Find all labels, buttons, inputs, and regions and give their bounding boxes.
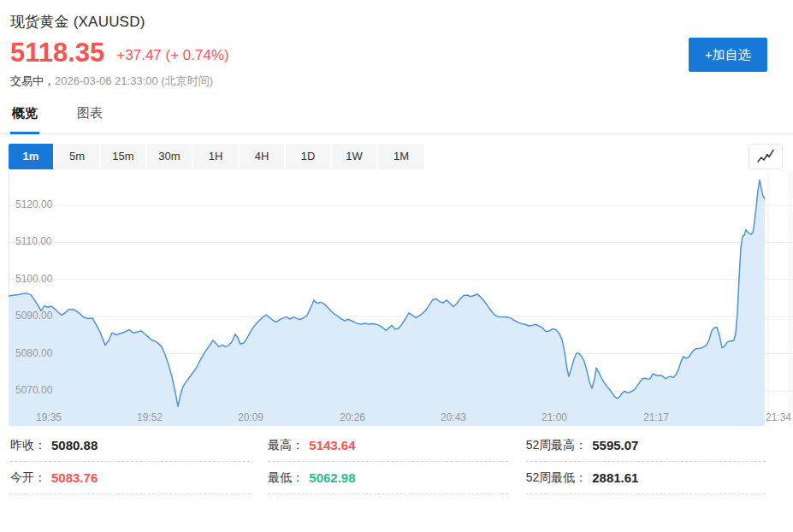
chart-style-button[interactable] bbox=[749, 144, 783, 169]
timeframe-1h[interactable]: 1H bbox=[193, 144, 240, 169]
y-axis-label: 5100.00 bbox=[15, 273, 52, 285]
stat-value: 2881.61 bbox=[592, 470, 638, 485]
timeframe-4h[interactable]: 4H bbox=[240, 144, 286, 169]
stat-value: 5143.64 bbox=[309, 438, 355, 452]
line-chart-icon bbox=[757, 149, 774, 164]
stat-value: 5595.07 bbox=[592, 438, 638, 452]
stat-prev-close: 昨收：5080.88 bbox=[10, 429, 250, 462]
quote-header: 现货黄金 (XAUUSD) 5118.35 +37.47 (+ 0.74%) 交… bbox=[0, 0, 793, 89]
timeframe-30m[interactable]: 30m bbox=[147, 144, 193, 169]
stat-low: 最低：5062.98 bbox=[268, 462, 507, 494]
price-change: +37.47 (+ 0.74%) bbox=[116, 47, 228, 66]
timeframe-1d[interactable]: 1D bbox=[286, 144, 332, 169]
x-axis-label: 20:43 bbox=[441, 411, 466, 423]
stat-label: 最低： bbox=[268, 470, 304, 486]
last-price: 5118.35 bbox=[10, 39, 104, 66]
stat-label: 昨收： bbox=[10, 438, 46, 453]
y-axis-label: 5120.00 bbox=[15, 198, 52, 210]
timeframe-15m[interactable]: 15m bbox=[101, 144, 147, 169]
page-title: 现货黄金 (XAUUSD) bbox=[10, 12, 783, 32]
stat-open: 今开：5083.76 bbox=[10, 462, 250, 494]
tab-chart[interactable]: 图表 bbox=[75, 103, 104, 133]
stat-value: 5080.88 bbox=[51, 438, 98, 452]
timeframe-group: 1m5m15m30m1H4H1D1W1M bbox=[9, 144, 424, 169]
x-axis-label: 19:52 bbox=[137, 411, 163, 423]
chart-svg bbox=[9, 171, 793, 426]
chart-toolbar: 1m5m15m30m1H4H1D1W1M bbox=[9, 144, 783, 169]
y-axis-label: 5080.00 bbox=[15, 347, 52, 359]
stats-column: 52周最高：5595.0752周最低：2881.61 bbox=[526, 429, 766, 494]
quote-timestamp: 2026-03-06 21:33:00 (北京时间) bbox=[55, 74, 213, 87]
chart-area[interactable]: 5120.005110.005100.005090.005080.005070.… bbox=[9, 171, 793, 426]
tab-bar: 概览图表 bbox=[0, 103, 793, 134]
x-axis-label: 19:35 bbox=[36, 411, 62, 423]
y-axis-label: 5090.00 bbox=[15, 310, 52, 322]
stats-column: 昨收：5080.88今开：5083.76 bbox=[10, 429, 250, 494]
tab-overview[interactable]: 概览 bbox=[10, 103, 39, 134]
stat-value: 5083.76 bbox=[51, 470, 98, 485]
y-axis-label: 5070.00 bbox=[15, 384, 52, 396]
stat-high: 最高：5143.64 bbox=[268, 429, 507, 462]
trading-status: 交易中， bbox=[10, 74, 55, 87]
stat-label: 52周最低： bbox=[526, 470, 588, 486]
stat-value: 5062.98 bbox=[309, 470, 355, 485]
stat-label: 最高： bbox=[268, 438, 304, 453]
x-axis-label: 21:00 bbox=[541, 411, 567, 423]
stats-grid: 昨收：5080.88今开：5083.76最高：5143.64最低：5062.98… bbox=[10, 429, 766, 494]
timeframe-5m[interactable]: 5m bbox=[55, 144, 101, 169]
stat-52wk-low: 52周最低：2881.61 bbox=[526, 462, 766, 494]
stats-column: 最高：5143.64最低：5062.98 bbox=[268, 429, 507, 494]
timeframe-1m[interactable]: 1M bbox=[378, 144, 424, 169]
x-axis-label: 20:09 bbox=[238, 411, 263, 423]
stat-label: 今开： bbox=[10, 470, 46, 486]
y-axis-label: 5110.00 bbox=[15, 235, 52, 247]
x-axis-label: 21:17 bbox=[643, 411, 669, 423]
stat-label: 52周最高： bbox=[526, 438, 588, 453]
stat-52wk-high: 52周最高：5595.07 bbox=[526, 429, 766, 462]
x-axis-label: 21:34 bbox=[766, 411, 791, 423]
add-watchlist-button[interactable]: +加自选 bbox=[689, 38, 767, 72]
timeframe-1m[interactable]: 1m bbox=[9, 144, 55, 169]
x-axis-label: 20:26 bbox=[340, 411, 365, 423]
timeframe-1w[interactable]: 1W bbox=[332, 144, 378, 169]
